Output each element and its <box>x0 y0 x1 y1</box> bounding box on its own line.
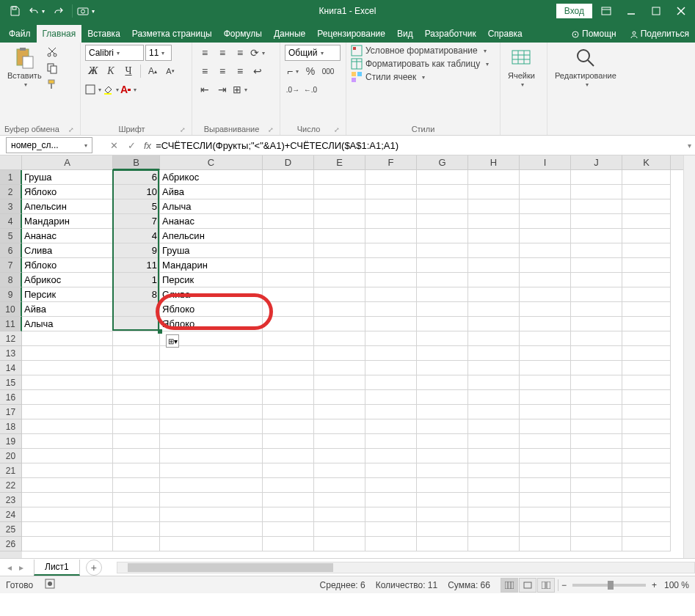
cell[interactable] <box>113 375 160 390</box>
cell[interactable] <box>365 537 417 551</box>
cell[interactable] <box>113 522 160 537</box>
cell[interactable] <box>417 419 468 434</box>
cell[interactable] <box>314 405 365 419</box>
cell[interactable] <box>263 170 314 185</box>
cell[interactable]: 7 <box>113 214 160 229</box>
row-header[interactable]: 12 <box>0 331 22 346</box>
cell[interactable] <box>520 229 571 243</box>
cell[interactable] <box>417 229 468 243</box>
cell[interactable] <box>520 185 571 199</box>
cell[interactable] <box>365 199 417 214</box>
cell[interactable]: 11 <box>113 258 160 273</box>
cell[interactable] <box>113 317 160 331</box>
cell[interactable] <box>468 243 520 258</box>
column-header[interactable]: D <box>263 155 314 170</box>
column-header[interactable]: J <box>571 155 622 170</box>
tab-insert[interactable]: Вставка <box>81 25 126 43</box>
column-header[interactable]: B <box>113 155 160 170</box>
decrease-indent-icon[interactable]: ⇤ <box>197 81 213 98</box>
row-header[interactable]: 13 <box>0 346 22 361</box>
cell[interactable] <box>365 434 417 449</box>
row-header[interactable]: 14 <box>0 361 22 375</box>
row-header[interactable]: 5 <box>0 229 22 243</box>
cell[interactable] <box>365 185 417 199</box>
number-format-combo[interactable]: Общий▾ <box>285 45 341 61</box>
row-header[interactable]: 25 <box>0 522 22 537</box>
cell[interactable]: 6 <box>113 170 160 185</box>
cell[interactable] <box>520 243 571 258</box>
cell[interactable] <box>417 317 468 331</box>
worksheet-grid[interactable]: ABCDEFGHIJK 1234567891011121314151617181… <box>0 155 695 558</box>
align-bottom-icon[interactable]: ≡ <box>232 45 248 61</box>
cell[interactable] <box>622 273 671 287</box>
minimize-icon[interactable] <box>620 1 642 21</box>
cell[interactable] <box>365 273 417 287</box>
row-header[interactable]: 6 <box>0 243 22 258</box>
cell[interactable]: 5 <box>113 199 160 214</box>
cell[interactable] <box>417 493 468 507</box>
cell[interactable] <box>417 449 468 463</box>
cell[interactable] <box>622 405 671 419</box>
column-header[interactable]: E <box>314 155 365 170</box>
paste-button[interactable]: Вставить ▾ <box>4 45 45 89</box>
cell[interactable] <box>622 229 671 243</box>
cell[interactable] <box>622 478 671 493</box>
orientation-icon[interactable]: ⟳▾ <box>250 45 266 61</box>
cell[interactable] <box>263 478 314 493</box>
vertical-scrollbar[interactable] <box>683 155 695 558</box>
cell[interactable] <box>571 214 622 229</box>
cell[interactable] <box>160 419 263 434</box>
cell[interactable] <box>365 361 417 375</box>
page-break-view-icon[interactable] <box>537 578 555 593</box>
italic-button[interactable]: К <box>103 63 119 79</box>
cell[interactable] <box>160 434 263 449</box>
font-launcher[interactable]: ⤢ <box>178 126 187 133</box>
cell[interactable]: Мандарин <box>160 258 263 273</box>
cell[interactable] <box>365 229 417 243</box>
cell[interactable] <box>22 537 113 551</box>
cell[interactable] <box>263 185 314 199</box>
cell[interactable] <box>314 449 365 463</box>
align-top-icon[interactable]: ≡ <box>197 45 213 61</box>
cell[interactable] <box>22 478 113 493</box>
fill-color-icon[interactable]: ▾ <box>103 81 119 98</box>
cell[interactable] <box>22 419 113 434</box>
row-header[interactable]: 20 <box>0 449 22 463</box>
cell[interactable] <box>314 537 365 551</box>
cell[interactable] <box>314 185 365 199</box>
cell[interactable] <box>365 317 417 331</box>
column-header[interactable]: A <box>22 155 113 170</box>
merge-icon[interactable]: ⊞▾ <box>232 81 248 98</box>
cell[interactable] <box>417 361 468 375</box>
cell[interactable] <box>263 463 314 478</box>
cell[interactable] <box>263 243 314 258</box>
cell[interactable] <box>314 375 365 390</box>
row-header[interactable]: 15 <box>0 375 22 390</box>
cell[interactable]: Алыча <box>22 317 113 331</box>
cell[interactable] <box>520 361 571 375</box>
cell[interactable]: 1 <box>113 273 160 287</box>
cell[interactable]: Слива <box>22 243 113 258</box>
zoom-out-button[interactable]: − <box>561 580 567 590</box>
cell[interactable]: Алыча <box>160 199 263 214</box>
cell[interactable] <box>468 537 520 551</box>
column-header[interactable]: K <box>622 155 671 170</box>
cell[interactable]: Яблоко <box>160 302 263 317</box>
cell[interactable] <box>113 405 160 419</box>
cell[interactable] <box>417 331 468 346</box>
cell[interactable] <box>622 214 671 229</box>
cell[interactable] <box>468 463 520 478</box>
cell[interactable] <box>520 375 571 390</box>
tab-pagelayout[interactable]: Разметка страницы <box>126 25 218 43</box>
cell[interactable] <box>263 434 314 449</box>
cell[interactable]: Яблоко <box>22 258 113 273</box>
cell[interactable] <box>365 302 417 317</box>
formula-input[interactable] <box>151 137 683 153</box>
column-header[interactable]: C <box>160 155 263 170</box>
cell[interactable] <box>468 478 520 493</box>
camera-icon[interactable]: ▾ <box>76 1 96 21</box>
autofill-options-icon[interactable]: ⊞▾ <box>166 334 179 348</box>
percent-icon[interactable]: % <box>302 63 319 79</box>
cell[interactable] <box>263 287 314 302</box>
cell[interactable]: Груша <box>160 243 263 258</box>
